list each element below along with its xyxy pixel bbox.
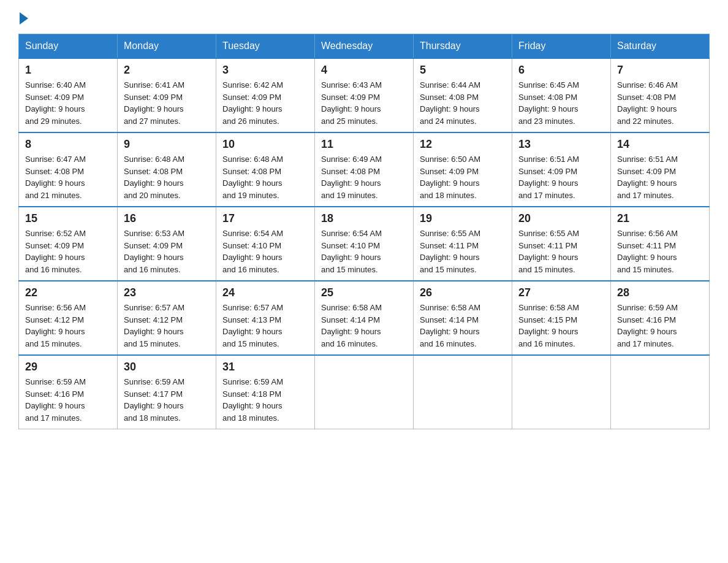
table-row: 23 Sunrise: 6:57 AM Sunset: 4:12 PM Dayl…: [118, 281, 216, 355]
table-row: 30 Sunrise: 6:59 AM Sunset: 4:17 PM Dayl…: [118, 355, 216, 429]
day-info: Sunrise: 6:49 AM Sunset: 4:08 PM Dayligh…: [321, 153, 407, 201]
day-number: 2: [124, 64, 210, 77]
day-number: 19: [420, 212, 506, 225]
day-info: Sunrise: 6:58 AM Sunset: 4:15 PM Dayligh…: [518, 302, 604, 350]
table-row: 20 Sunrise: 6:55 AM Sunset: 4:11 PM Dayl…: [512, 207, 611, 281]
day-number: 1: [25, 64, 111, 77]
day-number: 23: [124, 286, 210, 299]
day-info: Sunrise: 6:59 AM Sunset: 4:16 PM Dayligh…: [617, 302, 703, 350]
table-row: 24 Sunrise: 6:57 AM Sunset: 4:13 PM Dayl…: [216, 281, 315, 355]
table-row: 13 Sunrise: 6:51 AM Sunset: 4:09 PM Dayl…: [512, 132, 611, 207]
day-info: Sunrise: 6:56 AM Sunset: 4:11 PM Dayligh…: [617, 228, 703, 275]
table-row: 26 Sunrise: 6:58 AM Sunset: 4:14 PM Dayl…: [414, 281, 512, 355]
col-sunday: Sunday: [19, 34, 118, 59]
table-row: [414, 355, 512, 429]
day-info: Sunrise: 6:45 AM Sunset: 4:08 PM Dayligh…: [518, 79, 604, 127]
day-number: 17: [222, 212, 308, 225]
day-number: 4: [321, 64, 407, 77]
day-info: Sunrise: 6:56 AM Sunset: 4:12 PM Dayligh…: [25, 302, 111, 350]
day-number: 13: [518, 138, 604, 151]
day-info: Sunrise: 6:44 AM Sunset: 4:08 PM Dayligh…: [420, 79, 506, 127]
day-info: Sunrise: 6:52 AM Sunset: 4:09 PM Dayligh…: [25, 228, 111, 275]
calendar-header-row: Sunday Monday Tuesday Wednesday Thursday…: [19, 34, 710, 59]
day-info: Sunrise: 6:58 AM Sunset: 4:14 PM Dayligh…: [420, 302, 506, 350]
table-row: 29 Sunrise: 6:59 AM Sunset: 4:16 PM Dayl…: [19, 355, 118, 429]
table-row: 22 Sunrise: 6:56 AM Sunset: 4:12 PM Dayl…: [19, 281, 118, 355]
calendar-week-row: 22 Sunrise: 6:56 AM Sunset: 4:12 PM Dayl…: [19, 281, 710, 355]
table-row: 11 Sunrise: 6:49 AM Sunset: 4:08 PM Dayl…: [315, 132, 414, 207]
calendar-week-row: 1 Sunrise: 6:40 AM Sunset: 4:09 PM Dayli…: [19, 58, 710, 132]
day-number: 16: [124, 212, 210, 225]
day-info: Sunrise: 6:59 AM Sunset: 4:18 PM Dayligh…: [222, 376, 308, 424]
table-row: 5 Sunrise: 6:44 AM Sunset: 4:08 PM Dayli…: [414, 58, 512, 132]
day-number: 26: [420, 286, 506, 299]
day-number: 29: [25, 361, 111, 373]
day-info: Sunrise: 6:41 AM Sunset: 4:09 PM Dayligh…: [124, 79, 210, 127]
day-info: Sunrise: 6:59 AM Sunset: 4:17 PM Dayligh…: [124, 376, 210, 424]
col-friday: Friday: [512, 34, 611, 59]
day-info: Sunrise: 6:54 AM Sunset: 4:10 PM Dayligh…: [222, 228, 308, 275]
day-number: 7: [617, 64, 703, 77]
day-number: 28: [617, 286, 703, 299]
day-info: Sunrise: 6:40 AM Sunset: 4:09 PM Dayligh…: [25, 79, 111, 127]
day-number: 22: [25, 286, 111, 299]
day-number: 31: [222, 361, 308, 373]
table-row: 3 Sunrise: 6:42 AM Sunset: 4:09 PM Dayli…: [216, 58, 315, 132]
col-wednesday: Wednesday: [315, 34, 414, 59]
table-row: 8 Sunrise: 6:47 AM Sunset: 4:08 PM Dayli…: [19, 132, 118, 207]
day-info: Sunrise: 6:51 AM Sunset: 4:09 PM Dayligh…: [617, 153, 703, 201]
day-number: 24: [222, 286, 308, 299]
table-row: 18 Sunrise: 6:54 AM Sunset: 4:10 PM Dayl…: [315, 207, 414, 281]
day-number: 11: [321, 138, 407, 151]
day-info: Sunrise: 6:48 AM Sunset: 4:08 PM Dayligh…: [124, 153, 210, 201]
day-number: 14: [617, 138, 703, 151]
day-number: 18: [321, 212, 407, 225]
calendar-table: Sunday Monday Tuesday Wednesday Thursday…: [18, 34, 710, 429]
day-info: Sunrise: 6:48 AM Sunset: 4:08 PM Dayligh…: [222, 153, 308, 201]
day-number: 20: [518, 212, 604, 225]
calendar-week-row: 8 Sunrise: 6:47 AM Sunset: 4:08 PM Dayli…: [19, 132, 710, 207]
day-info: Sunrise: 6:42 AM Sunset: 4:09 PM Dayligh…: [222, 79, 308, 127]
table-row: 25 Sunrise: 6:58 AM Sunset: 4:14 PM Dayl…: [315, 281, 414, 355]
table-row: 21 Sunrise: 6:56 AM Sunset: 4:11 PM Dayl…: [611, 207, 710, 281]
day-number: 6: [518, 64, 604, 77]
table-row: 17 Sunrise: 6:54 AM Sunset: 4:10 PM Dayl…: [216, 207, 315, 281]
table-row: 6 Sunrise: 6:45 AM Sunset: 4:08 PM Dayli…: [512, 58, 611, 132]
day-info: Sunrise: 6:53 AM Sunset: 4:09 PM Dayligh…: [124, 228, 210, 275]
calendar-week-row: 29 Sunrise: 6:59 AM Sunset: 4:16 PM Dayl…: [19, 355, 710, 429]
table-row: 28 Sunrise: 6:59 AM Sunset: 4:16 PM Dayl…: [611, 281, 710, 355]
day-info: Sunrise: 6:57 AM Sunset: 4:13 PM Dayligh…: [222, 302, 308, 350]
day-info: Sunrise: 6:55 AM Sunset: 4:11 PM Dayligh…: [518, 228, 604, 275]
table-row: 7 Sunrise: 6:46 AM Sunset: 4:08 PM Dayli…: [611, 58, 710, 132]
table-row: [512, 355, 611, 429]
day-info: Sunrise: 6:51 AM Sunset: 4:09 PM Dayligh…: [518, 153, 604, 201]
day-info: Sunrise: 6:57 AM Sunset: 4:12 PM Dayligh…: [124, 302, 210, 350]
day-info: Sunrise: 6:54 AM Sunset: 4:10 PM Dayligh…: [321, 228, 407, 275]
table-row: 10 Sunrise: 6:48 AM Sunset: 4:08 PM Dayl…: [216, 132, 315, 207]
day-info: Sunrise: 6:46 AM Sunset: 4:08 PM Dayligh…: [617, 79, 703, 127]
col-thursday: Thursday: [414, 34, 512, 59]
day-info: Sunrise: 6:47 AM Sunset: 4:08 PM Dayligh…: [25, 153, 111, 201]
day-info: Sunrise: 6:59 AM Sunset: 4:16 PM Dayligh…: [25, 376, 111, 424]
table-row: [611, 355, 710, 429]
table-row: 14 Sunrise: 6:51 AM Sunset: 4:09 PM Dayl…: [611, 132, 710, 207]
col-tuesday: Tuesday: [216, 34, 315, 59]
day-number: 30: [124, 361, 210, 373]
col-saturday: Saturday: [611, 34, 710, 59]
table-row: 12 Sunrise: 6:50 AM Sunset: 4:09 PM Dayl…: [414, 132, 512, 207]
day-number: 21: [617, 212, 703, 225]
day-number: 9: [124, 138, 210, 151]
table-row: [315, 355, 414, 429]
day-number: 12: [420, 138, 506, 151]
logo-arrow-icon: [20, 12, 28, 25]
day-info: Sunrise: 6:43 AM Sunset: 4:09 PM Dayligh…: [321, 79, 407, 127]
table-row: 19 Sunrise: 6:55 AM Sunset: 4:11 PM Dayl…: [414, 207, 512, 281]
day-number: 8: [25, 138, 111, 151]
day-number: 25: [321, 286, 407, 299]
logo: [18, 12, 29, 21]
table-row: 31 Sunrise: 6:59 AM Sunset: 4:18 PM Dayl…: [216, 355, 315, 429]
logo-text: [18, 12, 29, 25]
table-row: 9 Sunrise: 6:48 AM Sunset: 4:08 PM Dayli…: [118, 132, 216, 207]
day-number: 15: [25, 212, 111, 225]
table-row: 4 Sunrise: 6:43 AM Sunset: 4:09 PM Dayli…: [315, 58, 414, 132]
